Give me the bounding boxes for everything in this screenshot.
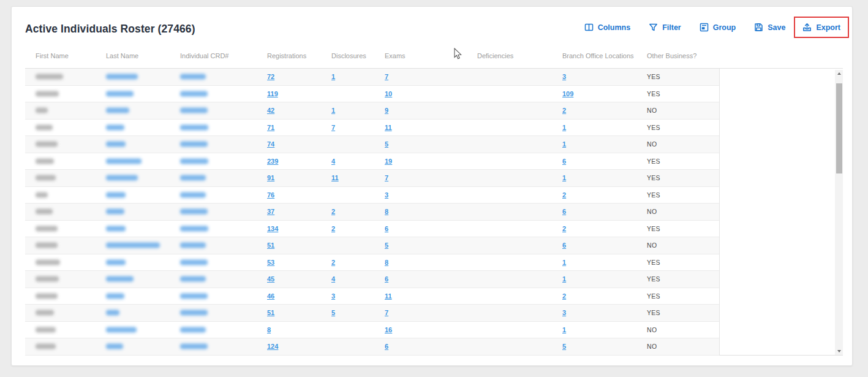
save-button[interactable]: Save [754,23,785,32]
scroll-down-arrow-icon[interactable] [835,347,843,355]
redacted-last-name-link[interactable] [106,243,160,248]
column-header-deficiencies[interactable]: Deficiencies [477,52,513,59]
exams-link[interactable]: 6 [385,225,388,232]
exams-link[interactable]: 7 [385,73,388,80]
registrations-link[interactable]: 239 [267,158,278,165]
redacted-crd-number-link[interactable] [180,124,208,130]
redacted-crd-number-link[interactable] [180,243,206,248]
redacted-crd-number-link[interactable] [180,327,206,332]
filter-button[interactable]: Filter [649,23,681,32]
registrations-link[interactable]: 71 [267,124,274,131]
registrations-link[interactable]: 134 [267,225,278,232]
disclosures-link[interactable]: 5 [331,309,335,316]
branch-office-locations-link[interactable]: 1 [562,140,566,148]
branch-office-locations-link[interactable]: 2 [562,225,566,232]
column-header-first-name[interactable]: First Name [36,52,69,59]
branch-office-locations-link[interactable]: 1 [562,275,566,283]
redacted-last-name-link[interactable] [106,175,138,181]
exams-link[interactable]: 3 [385,191,388,199]
branch-office-locations-link[interactable]: 6 [562,158,566,165]
registrations-link[interactable]: 53 [267,259,274,266]
redacted-crd-number-link[interactable] [180,142,208,147]
exams-link[interactable]: 5 [385,140,388,148]
redacted-crd-number-link[interactable] [180,74,206,80]
redacted-crd-number-link[interactable] [180,209,208,215]
registrations-link[interactable]: 42 [267,107,274,114]
exams-link[interactable]: 6 [385,343,388,350]
column-header-registrations[interactable]: Registrations [267,52,306,59]
redacted-last-name-link[interactable] [106,192,126,197]
redacted-crd-number-link[interactable] [180,91,208,96]
exams-link[interactable]: 10 [385,90,392,97]
exams-link[interactable]: 8 [385,208,388,215]
branch-office-locations-link[interactable]: 3 [562,73,566,80]
redacted-last-name-link[interactable] [106,327,137,332]
disclosures-link[interactable]: 2 [331,225,335,232]
redacted-last-name-link[interactable] [106,226,126,231]
exams-link[interactable]: 16 [385,326,392,333]
redacted-crd-number-link[interactable] [180,276,206,282]
redacted-crd-number-link[interactable] [180,226,208,231]
branch-office-locations-link[interactable]: 1 [562,174,566,181]
branch-office-locations-link[interactable]: 109 [562,90,573,97]
exams-link[interactable]: 19 [385,158,392,165]
branch-office-locations-link[interactable]: 3 [562,309,566,316]
column-header-other-business[interactable]: Other Business? [647,52,696,59]
exams-link[interactable]: 11 [385,124,392,131]
disclosures-link[interactable]: 11 [331,174,339,181]
exams-link[interactable]: 8 [385,259,388,266]
exams-link[interactable]: 7 [385,309,388,316]
redacted-crd-number-link[interactable] [180,344,208,349]
exams-link[interactable]: 5 [385,242,388,249]
branch-office-locations-link[interactable]: 5 [562,343,566,350]
branch-office-locations-link[interactable]: 6 [562,208,566,215]
column-header-branch-office-locations[interactable]: Branch Office Locations [562,52,634,59]
registrations-link[interactable]: 51 [267,242,274,249]
group-button[interactable]: Group [700,23,736,32]
redacted-crd-number-link[interactable] [180,175,206,181]
redacted-last-name-link[interactable] [106,276,134,282]
registrations-link[interactable]: 45 [267,275,274,283]
disclosures-link[interactable]: 7 [331,124,335,131]
registrations-link[interactable]: 8 [267,326,271,333]
exams-link[interactable]: 6 [385,275,388,283]
disclosures-link[interactable]: 1 [331,107,335,114]
branch-office-locations-link[interactable]: 1 [562,124,566,131]
registrations-link[interactable]: 51 [267,309,274,316]
disclosures-link[interactable]: 4 [331,275,335,283]
column-header-exams[interactable]: Exams [385,52,406,59]
registrations-link[interactable]: 37 [267,208,274,215]
vertical-scrollbar[interactable] [835,70,843,355]
exams-link[interactable]: 7 [385,174,388,181]
disclosures-link[interactable]: 3 [331,292,335,300]
branch-office-locations-link[interactable]: 2 [562,107,566,114]
scrollbar-thumb[interactable] [836,83,842,173]
redacted-last-name-link[interactable] [106,142,126,147]
branch-office-locations-link[interactable]: 1 [562,259,566,266]
disclosures-link[interactable]: 2 [331,208,335,215]
export-button[interactable]: Export [802,23,840,32]
disclosures-link[interactable]: 1 [331,73,335,80]
redacted-last-name-link[interactable] [106,124,124,130]
redacted-crd-number-link[interactable] [180,310,208,316]
exams-link[interactable]: 11 [385,292,392,300]
redacted-last-name-link[interactable] [106,108,129,113]
redacted-last-name-link[interactable] [106,344,123,349]
column-header-last-name[interactable]: Last Name [106,52,138,59]
exams-link[interactable]: 9 [385,107,388,114]
registrations-link[interactable]: 72 [267,73,274,80]
scroll-up-arrow-icon[interactable] [835,70,843,78]
registrations-link[interactable]: 76 [267,191,274,199]
registrations-link[interactable]: 119 [267,90,278,97]
branch-office-locations-link[interactable]: 2 [562,191,566,199]
registrations-link[interactable]: 91 [267,174,274,181]
registrations-link[interactable]: 124 [267,343,278,350]
column-header-disclosures[interactable]: Disclosures [331,52,366,59]
registrations-link[interactable]: 74 [267,140,274,148]
branch-office-locations-link[interactable]: 2 [562,292,566,300]
redacted-last-name-link[interactable] [106,91,134,96]
redacted-last-name-link[interactable] [106,74,138,80]
redacted-crd-number-link[interactable] [180,108,208,113]
column-header-individual-crd[interactable]: Individual CRD# [180,52,228,59]
redacted-last-name-link[interactable] [106,259,126,265]
